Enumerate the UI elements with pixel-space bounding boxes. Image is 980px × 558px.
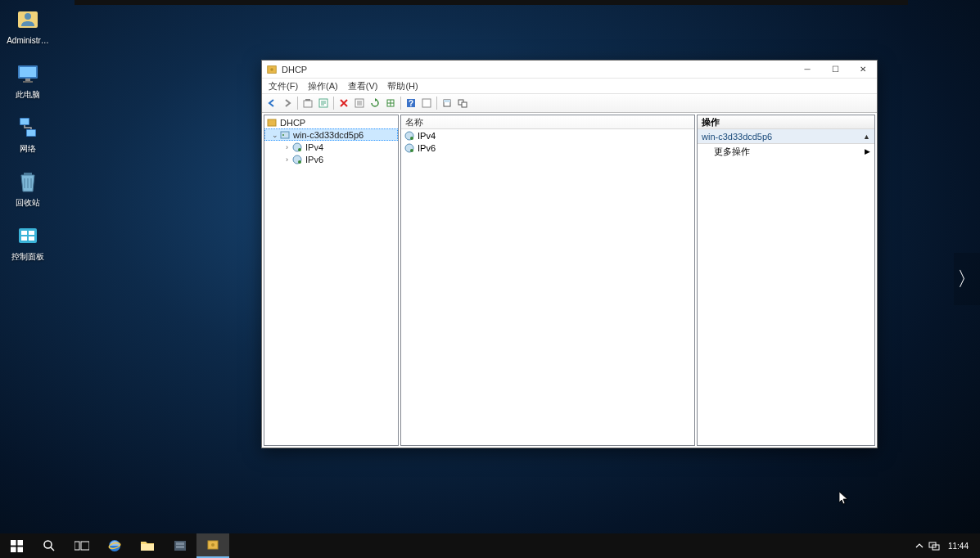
desktop-icon-label: 网络 [3, 144, 52, 154]
export-list-button[interactable] [352, 96, 367, 110]
recycle-bin-icon [15, 169, 41, 195]
tree-label: DHCP [280, 118, 305, 128]
tree-root-dhcp[interactable]: DHCP [264, 116, 398, 128]
expander-icon[interactable]: ⌄ [270, 131, 279, 139]
expander-icon[interactable]: › [282, 155, 291, 164]
svg-rect-9 [27, 130, 35, 136]
tray-network-icon[interactable] [927, 533, 942, 558]
desktop-icon-control-panel[interactable]: 控制面板 [3, 223, 52, 262]
tree-label: IPv6 [305, 155, 323, 164]
forward-button[interactable] [280, 96, 295, 110]
toolbar-separator [400, 97, 401, 110]
help-button[interactable]: ? [404, 96, 418, 110]
svg-rect-3 [20, 67, 36, 77]
desktop-icon-administrator[interactable]: Administr… [3, 7, 52, 46]
up-button[interactable] [300, 96, 315, 110]
list-panel[interactable]: 名称 IPv4 IPv6 [400, 115, 695, 446]
properties-button[interactable] [316, 96, 331, 110]
svg-rect-25 [422, 99, 431, 107]
actions-server-label: win-c3d33dcd5p6 [702, 132, 772, 142]
export-button[interactable] [383, 96, 398, 110]
desktop-icon-this-pc[interactable]: 此电脑 [3, 61, 52, 100]
svg-rect-44 [17, 547, 23, 552]
tree-ipv6[interactable]: › IPv6 [264, 153, 398, 165]
svg-rect-41 [11, 540, 16, 546]
taskbar-ie[interactable] [98, 533, 131, 558]
menu-action[interactable]: 操作(A) [305, 79, 341, 93]
list-item-ipv6[interactable]: IPv6 [401, 142, 694, 154]
list-item-ipv4[interactable]: IPv4 [401, 129, 694, 142]
desktop-icon-network[interactable]: 网络 [3, 115, 52, 154]
back-button[interactable] [264, 96, 279, 110]
tree-server[interactable]: ⌄ win-c3d33dcd5p6 [264, 128, 398, 141]
taskbar-explorer[interactable] [131, 533, 164, 558]
toolbar-separator [333, 97, 334, 110]
window-title: DHCP [282, 65, 793, 74]
monitor-icon [15, 61, 41, 87]
svg-rect-5 [23, 81, 33, 83]
tree-panel[interactable]: DHCP ⌄ win-c3d33dcd5p6 › IPv4 › IPv6 [264, 115, 399, 446]
add-server-button[interactable] [440, 96, 454, 110]
svg-rect-43 [11, 547, 16, 552]
collapse-icon: ▲ [863, 133, 870, 141]
svg-point-17 [270, 68, 273, 71]
svg-rect-30 [268, 119, 276, 126]
options-button[interactable] [419, 96, 434, 110]
svg-rect-53 [176, 546, 184, 548]
tree-label: win-c3d33dcd5p6 [293, 130, 364, 140]
svg-rect-42 [17, 540, 23, 546]
svg-rect-47 [81, 542, 89, 550]
taskbar-dhcp[interactable] [196, 533, 229, 558]
tree-label: IPv4 [305, 142, 323, 152]
tray-chevron-up[interactable] [912, 533, 927, 558]
titlebar[interactable]: DHCP ─ ☐ ✕ [262, 61, 877, 79]
search-button[interactable] [33, 533, 65, 558]
user-icon [15, 7, 41, 33]
svg-point-40 [410, 149, 413, 152]
list-item-label: IPv4 [418, 131, 436, 141]
toolbar-separator [297, 97, 298, 110]
svg-point-45 [44, 541, 52, 548]
close-button[interactable]: ✕ [849, 61, 877, 78]
svg-rect-13 [29, 231, 34, 235]
svg-rect-31 [281, 132, 289, 138]
svg-point-36 [298, 160, 301, 164]
taskbar-clock[interactable]: 11:44 [942, 542, 975, 551]
svg-rect-10 [24, 173, 32, 175]
task-view-button[interactable] [65, 533, 98, 558]
actions-server-section[interactable]: win-c3d33dcd5p6 ▲ [698, 129, 874, 144]
manage-server-button[interactable] [455, 96, 470, 110]
expander-icon[interactable]: › [282, 143, 291, 151]
svg-point-55 [211, 543, 215, 547]
network-icon [15, 115, 41, 141]
action-more[interactable]: 更多操作 ▶ [698, 144, 874, 159]
desktop: Administr… 此电脑 网络 回收站 控制面板 [3, 7, 52, 277]
desktop-icon-label: Administr… [3, 36, 52, 46]
maximize-button[interactable]: ☐ [821, 61, 849, 78]
svg-rect-52 [176, 542, 184, 545]
svg-point-38 [410, 137, 413, 140]
svg-rect-19 [305, 99, 310, 101]
server-icon [279, 129, 291, 141]
svg-point-34 [298, 148, 301, 151]
delete-button[interactable] [336, 96, 351, 110]
minimize-button[interactable]: ─ [793, 61, 821, 78]
ipv4-icon [404, 130, 415, 142]
next-slide-button[interactable]: 〉 [954, 253, 980, 305]
submenu-arrow-icon: ▶ [865, 147, 870, 155]
tree-ipv4[interactable]: › IPv4 [264, 141, 398, 153]
window-body: DHCP ⌄ win-c3d33dcd5p6 › IPv4 › IPv6 名称 [262, 113, 877, 448]
svg-text:?: ? [409, 99, 413, 108]
desktop-icon-recycle-bin[interactable]: 回收站 [3, 169, 52, 208]
toolbar: ? [262, 93, 877, 113]
start-button[interactable] [0, 533, 33, 558]
refresh-button[interactable] [368, 96, 382, 110]
list-column-name[interactable]: 名称 [401, 115, 694, 129]
svg-rect-12 [21, 231, 27, 235]
menu-help[interactable]: 帮助(H) [385, 79, 420, 93]
menu-view[interactable]: 查看(V) [345, 79, 381, 93]
action-panel: 操作 win-c3d33dcd5p6 ▲ 更多操作 ▶ [697, 115, 875, 446]
taskbar-server-manager[interactable] [164, 533, 196, 558]
menu-file[interactable]: 文件(F) [266, 79, 300, 93]
ipv6-icon [404, 142, 415, 154]
